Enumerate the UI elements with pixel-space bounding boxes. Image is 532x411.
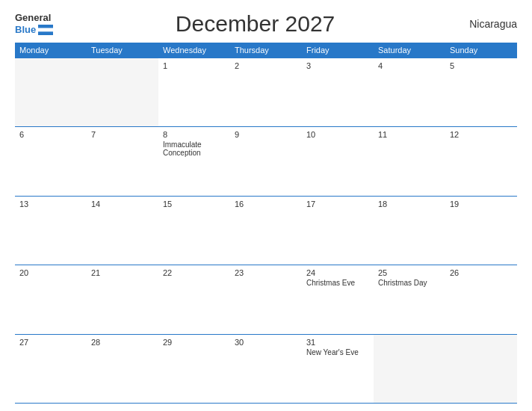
calendar-week-5: 2728293031New Year's Eve bbox=[15, 335, 517, 404]
calendar-cell: 20 bbox=[15, 265, 87, 333]
calendar-cell: 12 bbox=[445, 127, 517, 195]
day-number: 12 bbox=[450, 130, 513, 139]
day-number: 1 bbox=[163, 61, 226, 70]
day-number: 10 bbox=[306, 130, 369, 139]
calendar-cell: 22 bbox=[158, 265, 230, 333]
day-number: 3 bbox=[306, 61, 369, 70]
svg-rect-2 bbox=[38, 31, 53, 35]
calendar-cell: 27 bbox=[15, 335, 87, 403]
day-number: 31 bbox=[306, 338, 369, 347]
calendar-cell: 23 bbox=[230, 265, 302, 333]
calendar-cell: 30 bbox=[230, 335, 302, 403]
day-number: 16 bbox=[235, 200, 297, 208]
day-number: 28 bbox=[91, 338, 154, 347]
day-number: 13 bbox=[19, 200, 82, 208]
calendar-cell: 4 bbox=[374, 58, 445, 126]
logo-flag-icon bbox=[38, 25, 53, 35]
day-number: 2 bbox=[235, 61, 297, 70]
header-day-monday: Monday bbox=[15, 43, 87, 58]
calendar-cell bbox=[374, 335, 445, 403]
header-day-saturday: Saturday bbox=[374, 43, 445, 58]
svg-rect-0 bbox=[38, 25, 53, 28]
calendar-cell: 13 bbox=[15, 197, 87, 265]
country-label: Nicaragua bbox=[457, 18, 517, 30]
day-number: 15 bbox=[163, 200, 226, 208]
day-number: 4 bbox=[378, 61, 441, 70]
event-label: Christmas Eve bbox=[306, 279, 369, 287]
calendar-cell: 19 bbox=[445, 197, 517, 265]
day-number: 29 bbox=[163, 338, 226, 347]
logo: General Blue bbox=[15, 12, 53, 35]
day-number: 19 bbox=[450, 200, 513, 208]
day-number: 18 bbox=[378, 200, 441, 208]
calendar-cell: 6 bbox=[15, 127, 87, 195]
calendar-cell: 24Christmas Eve bbox=[302, 265, 374, 333]
calendar-cell: 21 bbox=[87, 265, 158, 333]
day-number: 5 bbox=[450, 61, 513, 70]
calendar-cell: 7 bbox=[87, 127, 158, 195]
day-number: 26 bbox=[450, 268, 513, 277]
day-number: 9 bbox=[235, 130, 297, 139]
day-number: 8 bbox=[163, 130, 226, 139]
day-number: 23 bbox=[235, 268, 297, 277]
calendar-cell: 3 bbox=[302, 58, 374, 126]
calendar-cell: 2 bbox=[230, 58, 302, 126]
day-number: 17 bbox=[306, 200, 369, 208]
event-label: New Year's Eve bbox=[306, 348, 369, 356]
calendar-cell: 15 bbox=[158, 197, 230, 265]
calendar-week-4: 2021222324Christmas Eve25Christmas Day26 bbox=[15, 265, 517, 334]
calendar-cell: 17 bbox=[302, 197, 374, 265]
day-number: 22 bbox=[163, 268, 226, 277]
day-number: 20 bbox=[19, 268, 82, 277]
calendar-cell: 9 bbox=[230, 127, 302, 195]
calendar-cell: 29 bbox=[158, 335, 230, 403]
calendar-cell: 11 bbox=[374, 127, 445, 195]
calendar-cell: 25Christmas Day bbox=[374, 265, 445, 333]
calendar-cell: 8Immaculate Conception bbox=[158, 127, 230, 195]
event-label: Immaculate Conception bbox=[163, 140, 226, 157]
day-number: 21 bbox=[91, 268, 154, 277]
calendar-cell: 14 bbox=[87, 197, 158, 265]
calendar-cell bbox=[87, 58, 158, 126]
calendar-week-3: 13141516171819 bbox=[15, 197, 517, 265]
page-header: General Blue December 2027 Nicaragua bbox=[15, 11, 517, 37]
day-number: 25 bbox=[378, 268, 441, 277]
event-label: Christmas Day bbox=[378, 279, 441, 287]
day-number: 14 bbox=[91, 200, 154, 208]
day-number: 30 bbox=[235, 338, 297, 347]
header-day-tuesday: Tuesday bbox=[87, 43, 158, 58]
day-number: 11 bbox=[378, 130, 441, 139]
calendar-cell: 31New Year's Eve bbox=[302, 335, 374, 403]
calendar-cell: 28 bbox=[87, 335, 158, 403]
calendar-cell: 1 bbox=[158, 58, 230, 126]
calendar-cell bbox=[15, 58, 87, 126]
calendar-cell: 26 bbox=[445, 265, 517, 333]
header-day-sunday: Sunday bbox=[445, 43, 517, 58]
month-title: December 2027 bbox=[53, 11, 457, 37]
calendar-week-1: 12345 bbox=[15, 58, 517, 127]
calendar-cell: 10 bbox=[302, 127, 374, 195]
calendar-cell: 5 bbox=[445, 58, 517, 126]
calendar-header: MondayTuesdayWednesdayThursdayFridaySatu… bbox=[15, 43, 517, 58]
calendar-grid: MondayTuesdayWednesdayThursdayFridaySatu… bbox=[15, 43, 517, 404]
svg-rect-1 bbox=[38, 28, 53, 31]
day-number: 27 bbox=[19, 338, 82, 347]
header-day-friday: Friday bbox=[302, 43, 374, 58]
header-day-thursday: Thursday bbox=[230, 43, 302, 58]
day-number: 24 bbox=[306, 268, 369, 277]
logo-blue-row: Blue bbox=[15, 24, 53, 36]
calendar-cell bbox=[445, 335, 517, 403]
day-number: 7 bbox=[91, 130, 154, 139]
logo-blue-text: Blue bbox=[15, 24, 36, 36]
day-number: 6 bbox=[19, 130, 82, 139]
calendar-cell: 18 bbox=[374, 197, 445, 265]
calendar-page: General Blue December 2027 Nicaragua Mon… bbox=[0, 0, 532, 411]
calendar-cell: 16 bbox=[230, 197, 302, 265]
header-day-wednesday: Wednesday bbox=[158, 43, 230, 58]
logo-general-text: General bbox=[15, 12, 51, 24]
calendar-week-2: 678Immaculate Conception9101112 bbox=[15, 127, 517, 196]
calendar-body: 12345678Immaculate Conception91011121314… bbox=[15, 58, 517, 404]
